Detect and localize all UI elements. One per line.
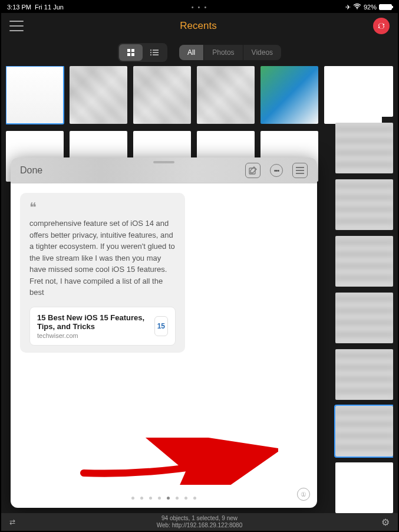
svg-rect-6 bbox=[153, 50, 159, 51]
wifi-icon bbox=[353, 4, 361, 11]
status-time: 3:13 PM bbox=[7, 4, 31, 11]
link-source: techwiser.com bbox=[37, 332, 149, 339]
thumbnail[interactable] bbox=[335, 179, 393, 230]
svg-point-7 bbox=[150, 52, 151, 53]
svg-point-0 bbox=[357, 8, 358, 9]
note-text: comprehensive feature set of iOS 14 and … bbox=[29, 218, 176, 298]
svg-rect-8 bbox=[153, 52, 159, 53]
filter-toggle: All Photos Videos bbox=[179, 45, 281, 60]
thumbnail[interactable] bbox=[260, 66, 318, 124]
svg-rect-13 bbox=[296, 170, 304, 171]
bottom-bar: ⇄ 94 objects, 1 selected, 9 new Web: htt… bbox=[1, 513, 398, 531]
page-indicator[interactable] bbox=[131, 497, 196, 500]
note-card[interactable]: ❝ comprehensive feature set of iOS 14 an… bbox=[20, 193, 185, 353]
sheet-header: Done ••• bbox=[11, 157, 317, 183]
quote-icon: ❝ bbox=[29, 201, 176, 214]
multitask-dots: • • • bbox=[192, 4, 208, 11]
svg-rect-3 bbox=[127, 53, 130, 56]
filter-all[interactable]: All bbox=[179, 45, 204, 60]
link-preview[interactable]: 15 Best New iOS 15 Features, Tips, and T… bbox=[29, 307, 176, 346]
battery-percent: 92% bbox=[364, 4, 377, 11]
thumbnail[interactable] bbox=[335, 406, 393, 457]
thumbnail[interactable] bbox=[133, 66, 191, 124]
annotation-icon[interactable]: ① bbox=[297, 488, 310, 501]
thumbnail[interactable] bbox=[6, 66, 64, 124]
link-thumbnail: 15 bbox=[154, 316, 168, 336]
thumbnail[interactable] bbox=[335, 66, 393, 117]
settings-icon[interactable]: ⚙ bbox=[381, 517, 390, 528]
svg-rect-4 bbox=[131, 53, 134, 56]
view-mode-toggle bbox=[118, 43, 167, 62]
grid-view-button[interactable] bbox=[119, 44, 143, 61]
sheet-body: ❝ comprehensive feature set of iOS 14 an… bbox=[11, 183, 317, 362]
done-button[interactable]: Done bbox=[20, 165, 42, 176]
list-view-button[interactable] bbox=[143, 44, 166, 61]
svg-point-5 bbox=[150, 50, 151, 51]
thumbnail[interactable] bbox=[70, 66, 127, 124]
airplane-icon: ✈ bbox=[345, 4, 351, 11]
thumbnail[interactable] bbox=[335, 349, 393, 400]
status-bar: 3:13 PM Fri 11 Jun • • • ✈ 92% bbox=[1, 1, 398, 13]
quick-note-sheet[interactable]: Done ••• ❝ comprehensive feature set of … bbox=[11, 157, 317, 508]
thumbnail[interactable] bbox=[335, 293, 393, 343]
battery-icon bbox=[379, 4, 392, 10]
transfer-icon[interactable]: ⇄ bbox=[9, 520, 15, 524]
menu-button[interactable] bbox=[9, 21, 24, 31]
status-date: Fri 11 Jun bbox=[35, 4, 64, 11]
thumbnail[interactable] bbox=[335, 123, 393, 173]
svg-rect-12 bbox=[296, 167, 304, 168]
toolbar: All Photos Videos bbox=[1, 39, 398, 66]
svg-rect-14 bbox=[296, 173, 304, 174]
filter-photos[interactable]: Photos bbox=[204, 45, 243, 60]
svg-rect-2 bbox=[131, 49, 134, 52]
compose-icon[interactable] bbox=[245, 163, 260, 178]
list-icon[interactable] bbox=[292, 163, 308, 178]
more-icon[interactable]: ••• bbox=[270, 164, 283, 177]
page-title: Recents bbox=[180, 20, 216, 32]
status-web: Web: http://192.168.29.122:8080 bbox=[157, 522, 243, 529]
thumbnail[interactable] bbox=[197, 66, 255, 124]
svg-point-9 bbox=[150, 54, 151, 55]
sync-button[interactable] bbox=[373, 18, 390, 34]
filter-videos[interactable]: Videos bbox=[243, 45, 281, 60]
thumbnail[interactable] bbox=[335, 236, 393, 287]
link-title: 15 Best New iOS 15 Features, Tips, and T… bbox=[37, 313, 149, 331]
thumbnail[interactable] bbox=[335, 462, 393, 513]
svg-rect-1 bbox=[127, 49, 130, 52]
status-objects: 94 objects, 1 selected, 9 new bbox=[157, 515, 243, 522]
nav-bar: Recents bbox=[1, 13, 398, 39]
svg-rect-10 bbox=[153, 54, 159, 55]
